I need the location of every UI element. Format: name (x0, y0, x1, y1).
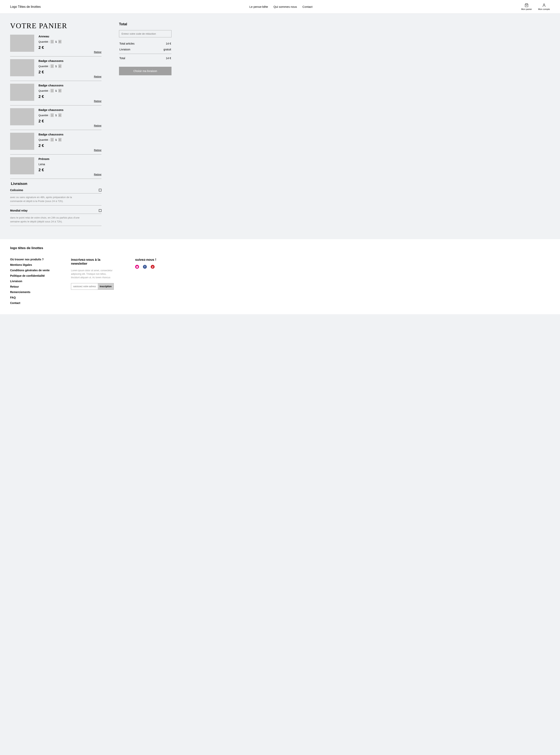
main-content: VOTRE PANIER Anneau Quantité : - 1 + 2 €… (0, 14, 233, 239)
item-price: 2 € (39, 119, 101, 123)
main-nav: Le pense-bête Qui sommes nous Contact (249, 5, 313, 8)
account-label: Mon compte (538, 8, 550, 10)
footer-link[interactable]: Où trouver nos produits ? (10, 258, 49, 261)
cart-item: Badge chaussons Quantité : - 1 + 2 € Ret… (10, 59, 101, 81)
newsletter-desc: Lorem ipsum dolor sit amet, consectetur … (71, 269, 114, 279)
checkout-button[interactable]: Choisir ma livraison (119, 67, 172, 75)
row-value: 14 € (166, 42, 171, 45)
pinterest-icon[interactable]: p (151, 265, 155, 269)
shipping-checkbox[interactable] (99, 209, 101, 212)
newsletter-submit-button[interactable]: inscription (98, 283, 114, 290)
cart-item-custom: Prénom Lena 2 € Retirer (10, 157, 101, 179)
social-title: suivez-nous ! (135, 258, 156, 262)
shipping-option: Mondial relay dans le point relai de vot… (10, 209, 101, 226)
remove-button[interactable]: Retirer (94, 124, 101, 127)
qty-increase-button[interactable]: + (58, 89, 61, 93)
facebook-icon[interactable]: f (143, 265, 147, 269)
newsletter-title: inscrivez-vous à la newsletter (71, 258, 114, 266)
item-image (10, 35, 34, 52)
newsletter-form: inscription (71, 283, 114, 290)
custom-label: Prénom (39, 157, 101, 160)
item-name: Badge chaussons (39, 108, 101, 112)
remove-button[interactable]: Retirer (94, 173, 101, 176)
nav-qui-sommes-nous[interactable]: Qui sommes nous (273, 5, 297, 8)
qty-control: Quantité : - 1 + (39, 138, 101, 141)
footer-logo: logo têtes de linottes (10, 246, 550, 250)
qty-control: Quantité : - 1 + (39, 113, 101, 117)
qty-decrease-button[interactable]: - (51, 64, 54, 68)
qty-decrease-button[interactable]: - (51, 40, 54, 43)
qty-decrease-button[interactable]: - (51, 113, 54, 117)
qty-label: Quantité : (39, 138, 49, 141)
remove-button[interactable]: Retirer (94, 51, 101, 54)
footer-link[interactable]: Contact (10, 302, 49, 305)
remove-button[interactable]: Retirer (94, 75, 101, 78)
item-name: Badge chaussons (39, 133, 101, 136)
qty-increase-button[interactable]: + (58, 64, 61, 68)
newsletter: inscrivez-vous à la newsletter Lorem ips… (71, 258, 114, 305)
summary-divider (119, 54, 172, 54)
summary-row-total: Total 14 € (119, 57, 172, 60)
instagram-icon[interactable]: ◉ (135, 265, 139, 269)
qty-decrease-button[interactable]: - (51, 89, 54, 93)
qty-control: Quantité : - 1 + (39, 64, 101, 68)
qty-increase-button[interactable]: + (58, 138, 61, 141)
shipping-name: Colissimo (10, 189, 23, 192)
item-image (10, 84, 34, 101)
qty-value: 1 (55, 114, 57, 117)
newsletter-email-input[interactable] (71, 283, 98, 290)
footer: logo têtes de linottes Où trouver nos pr… (0, 239, 560, 314)
shipping-checkbox[interactable] (99, 189, 101, 192)
summary-column: Total Total articles 14 € Livraison grat… (119, 21, 172, 229)
item-price: 2 € (39, 94, 101, 99)
cart-item: Badge chaussons Quantité : - 1 + 2 € Ret… (10, 84, 101, 105)
footer-link[interactable]: Retour (10, 285, 49, 288)
qty-decrease-button[interactable]: - (51, 138, 54, 141)
qty-value: 1 (55, 65, 57, 68)
remove-button[interactable]: Retirer (94, 100, 101, 102)
custom-value: Lena (39, 162, 101, 166)
item-image (10, 157, 34, 174)
summary-row-articles: Total articles 14 € (119, 42, 172, 45)
row-value: 14 € (166, 57, 171, 60)
qty-increase-button[interactable]: + (58, 113, 61, 117)
cart-item: Anneau Quantité : - 1 + 2 € Retirer (10, 35, 101, 56)
cart-column: VOTRE PANIER Anneau Quantité : - 1 + 2 €… (10, 21, 101, 229)
shipping-option: Colissimo avec ou sans signature en 48h,… (10, 189, 101, 206)
shipping-name: Mondial relay (10, 209, 27, 212)
qty-control: Quantité : - 1 + (39, 89, 101, 93)
cart-button[interactable]: Mon panier (521, 3, 532, 10)
row-label: Total articles (119, 42, 135, 45)
social: suivez-nous ! ◉ f p (135, 258, 156, 305)
page-title: VOTRE PANIER (10, 21, 101, 30)
nav-pense-bete[interactable]: Le pense-bête (249, 5, 268, 8)
promo-code-input[interactable] (119, 30, 172, 37)
user-icon (542, 3, 546, 7)
shipping-desc: avec ou sans signature en 48h, après pré… (10, 195, 84, 203)
shipping-title: Livraison (11, 181, 101, 186)
footer-link[interactable]: Conditions générales de vente (10, 269, 49, 272)
nav-contact[interactable]: Contact (302, 5, 313, 8)
qty-control: Quantité : - 1 + (39, 40, 101, 43)
summary-row-shipping: Livraison gratuit (119, 48, 172, 51)
summary-title: Total (119, 22, 172, 26)
account-button[interactable]: Mon compte (538, 3, 550, 10)
logo[interactable]: Logo Têtes de linottes (10, 5, 41, 8)
row-label: Total (119, 57, 125, 60)
footer-link[interactable]: FAQ (10, 296, 49, 299)
qty-increase-button[interactable]: + (58, 40, 61, 43)
footer-link[interactable]: Mentions légales (10, 263, 49, 266)
qty-label: Quantité : (39, 65, 49, 68)
footer-link[interactable]: Politique de confidentialité (10, 274, 49, 277)
footer-link[interactable]: Livraison (10, 279, 49, 283)
item-name: Badge chaussons (39, 84, 101, 87)
item-name: Badge chaussons (39, 59, 101, 62)
qty-value: 1 (55, 40, 57, 43)
row-value: gratuit (163, 48, 171, 51)
bag-icon (525, 3, 528, 7)
qty-value: 1 (55, 89, 57, 92)
remove-button[interactable]: Retirer (94, 149, 101, 152)
footer-link[interactable]: Remerciements (10, 291, 49, 294)
cart-item: Badge chaussons Quantité : - 1 + 2 € Ret… (10, 133, 101, 155)
item-price: 2 € (39, 143, 101, 148)
